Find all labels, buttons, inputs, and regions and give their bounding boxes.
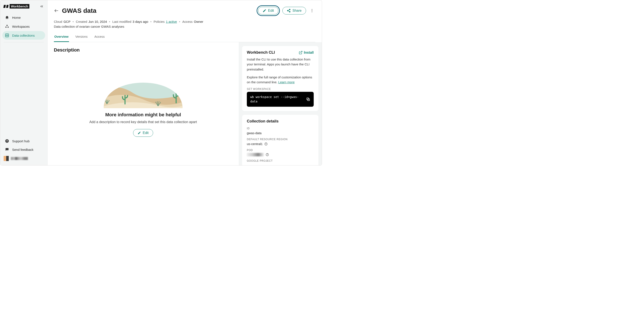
meta-policies-link[interactable]: 1 active xyxy=(166,20,177,24)
data-collections-icon xyxy=(5,33,9,38)
tabs: Overview Versions Access xyxy=(54,32,316,42)
meta-modified-label: Last modified xyxy=(112,20,131,24)
sidebar: Workbench Home Workspaces xyxy=(0,0,48,165)
cli-command-text: wb workspace set --id=gwas- data xyxy=(250,95,299,104)
details-pod-label: POD xyxy=(247,149,314,152)
cli-install-label: Install xyxy=(304,51,314,54)
meta-cloud-value: GCP xyxy=(64,20,70,24)
sidebar-divider xyxy=(4,42,44,134)
more-actions-button[interactable] xyxy=(308,7,316,14)
svg-point-17 xyxy=(312,10,312,11)
sidebar-item-data-collections[interactable]: Data collections xyxy=(2,31,45,40)
sidebar-item-workspaces[interactable]: Workspaces xyxy=(2,22,45,31)
details-card: Collection details ID gwas-data DEFAULT … xyxy=(242,115,318,165)
edit-button[interactable]: Edit xyxy=(258,7,278,14)
sidebar-item-label: Support hub xyxy=(12,139,30,143)
avatar xyxy=(4,156,9,161)
details-pod-value-redacted xyxy=(247,153,264,156)
meta-access-value: Owner xyxy=(194,20,203,24)
desert-illustration xyxy=(97,61,189,108)
svg-point-1 xyxy=(6,26,6,28)
cli-copy-button[interactable] xyxy=(306,97,310,102)
svg-point-2 xyxy=(8,26,9,28)
cli-card-title: Workbench CLI xyxy=(247,50,275,55)
tab-label: Overview xyxy=(54,35,68,38)
help-icon: ? xyxy=(5,139,9,143)
title-actions: Edit Share xyxy=(256,5,316,16)
sidebar-item-label: Home xyxy=(12,16,21,20)
sidebar-footer-nav: ? Support hub Send feedback xyxy=(2,137,45,154)
details-region-label: DEFAULT RESOURCE REGION xyxy=(247,138,314,141)
tab-versions[interactable]: Versions xyxy=(75,32,88,42)
pencil-icon xyxy=(262,9,266,12)
sidebar-item-send-feedback[interactable]: Send feedback xyxy=(2,145,45,154)
svg-point-18 xyxy=(312,12,312,12)
share-button-label: Share xyxy=(292,9,302,12)
tab-access[interactable]: Access xyxy=(94,32,105,42)
svg-line-33 xyxy=(300,51,302,53)
description-section-title: Description xyxy=(54,47,232,53)
sidebar-item-label: Send feedback xyxy=(12,148,34,152)
cli-command-block: wb workspace set --id=gwas- data xyxy=(247,92,314,107)
svg-point-20 xyxy=(162,72,169,80)
meta-separator: • xyxy=(72,20,74,24)
details-id-value: gwas-data xyxy=(247,131,314,135)
sidebar-collapse-button[interactable] xyxy=(40,4,44,8)
back-button[interactable] xyxy=(54,8,59,13)
sidebar-item-support-hub[interactable]: ? Support hub xyxy=(2,137,45,145)
sidebar-item-home[interactable]: Home xyxy=(2,13,45,22)
title-left: GWAS data xyxy=(54,7,96,14)
svg-line-14 xyxy=(288,10,290,10)
external-link-icon xyxy=(299,51,302,54)
details-pod-row xyxy=(247,153,314,156)
cli-learn-more-link[interactable]: Learn more xyxy=(278,80,295,84)
svg-point-16 xyxy=(312,9,312,10)
svg-line-15 xyxy=(288,11,290,12)
svg-rect-8 xyxy=(7,149,7,149)
svg-point-13 xyxy=(290,11,290,12)
cli-card-header: Workbench CLI Install xyxy=(247,50,314,55)
svg-point-0 xyxy=(6,25,8,26)
svg-text:?: ? xyxy=(6,140,8,142)
meta-separator: • xyxy=(179,20,180,24)
svg-point-21 xyxy=(118,71,148,75)
arrow-left-icon xyxy=(54,8,59,13)
details-region-row: us-central1 xyxy=(247,142,314,146)
details-id-label: ID xyxy=(247,127,314,130)
svg-point-12 xyxy=(288,10,288,11)
tab-label: Access xyxy=(94,35,104,38)
content: Description xyxy=(48,42,239,165)
cli-desc-2: Explore the full range of customization … xyxy=(247,75,314,85)
empty-state-edit-button[interactable]: Edit xyxy=(133,129,153,137)
info-icon[interactable] xyxy=(264,142,268,146)
pencil-icon xyxy=(138,131,141,134)
info-icon[interactable] xyxy=(266,153,269,156)
cli-set-workspace-label: SET WORKSPACE xyxy=(247,88,314,90)
feedback-icon xyxy=(5,148,9,152)
home-icon xyxy=(5,15,9,20)
edit-button-label: Edit xyxy=(143,131,149,135)
body: Description xyxy=(48,42,322,165)
meta-separator: • xyxy=(150,20,152,24)
header-description: Data collection of ovarian cancer GWAS a… xyxy=(54,25,316,28)
edit-button-highlight: Edit xyxy=(256,5,280,16)
more-vertical-icon xyxy=(310,8,314,13)
sidebar-header: Workbench xyxy=(2,4,45,13)
share-button[interactable]: Share xyxy=(282,7,306,14)
sidebar-nav: Home Workspaces Data collections xyxy=(2,13,45,40)
right-panel: Workbench CLI Install Install the CLI to… xyxy=(239,42,322,165)
meta-separator: • xyxy=(109,20,110,24)
main: GWAS data Edit Share xyxy=(48,0,322,165)
workspaces-icon xyxy=(5,24,9,28)
tab-overview[interactable]: Overview xyxy=(54,32,69,42)
details-google-project-label: GOOGLE PROJECT xyxy=(247,159,314,162)
svg-point-11 xyxy=(290,9,290,10)
edit-button-label: Edit xyxy=(268,9,274,12)
meta-created-value: Jun 10, 2024 xyxy=(88,20,107,24)
cli-install-link[interactable]: Install xyxy=(299,51,314,54)
header: GWAS data Edit Share xyxy=(48,0,322,42)
copy-icon xyxy=(306,97,310,102)
user-account-row[interactable] xyxy=(2,154,45,163)
share-icon xyxy=(287,9,291,12)
svg-point-41 xyxy=(267,154,267,154)
